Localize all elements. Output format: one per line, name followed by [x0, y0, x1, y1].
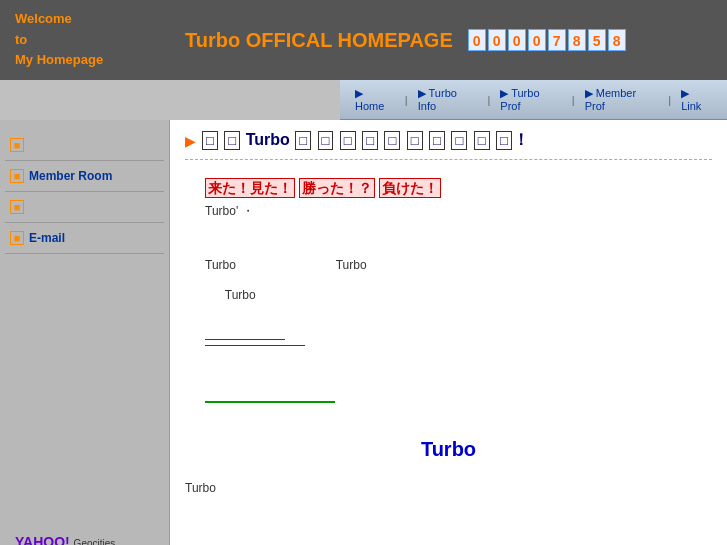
sidebar-header: Welcome to My Homepage [15, 9, 185, 71]
green-line-section [185, 396, 712, 423]
page-heading: ▶ □ □ Turbo □ □ □ □ □ □ □ □ □ □！ [185, 130, 712, 160]
sidebar-icon-1: ■ [10, 138, 24, 152]
counter-digit: 5 [588, 29, 606, 51]
sidebar-item-email[interactable]: ■ E-mail [5, 223, 164, 254]
counter-digit: 0 [528, 29, 546, 51]
underline-1 [205, 339, 285, 340]
big-turbo-text: Turbo [185, 438, 712, 461]
counter-digit: 7 [548, 29, 566, 51]
main-layout: ■ ■ Member Room ■ ■ E-mail YAHOO! Geocit… [0, 120, 727, 545]
underline-section [185, 334, 712, 366]
sidebar-label-member[interactable]: Member Room [29, 169, 112, 183]
sidebar-label-email[interactable]: E-mail [29, 231, 65, 245]
counter-digit: 8 [608, 29, 626, 51]
sidebar-icon-3: ■ [10, 200, 24, 214]
main-header: Turbo OFFICAL HOMEPAGE 00007858 [185, 29, 712, 52]
counter-digit: 0 [488, 29, 506, 51]
welcome-line1: Welcome [15, 9, 185, 30]
highlight-text: 来た！見た！ 勝った！？ 負けた！ [205, 180, 692, 198]
green-line [205, 401, 335, 403]
sidebar-item-1: ■ [5, 130, 164, 161]
counter-digit: 0 [508, 29, 526, 51]
nav-turbo-info[interactable]: ▶ Turbo Info [413, 85, 483, 114]
nav-home[interactable]: ▶ Home [350, 85, 400, 114]
geocities-text: Geocities [74, 538, 116, 545]
counter-digit: 8 [568, 29, 586, 51]
content-area: ▶ □ □ Turbo □ □ □ □ □ □ □ □ □ □！ 来た！見た！ … [170, 120, 727, 545]
section2: Turbo Turbo Turbo [185, 250, 712, 319]
counter-digit: 0 [468, 29, 486, 51]
yahoo-geocities-logo: YAHOO! Geocities JAPAN [10, 529, 120, 545]
underline-2 [205, 345, 305, 346]
page-title: □ □ Turbo □ □ □ □ □ □ □ □ □ □！ [201, 130, 529, 151]
navbar-wrapper: ▶ Home | ▶ Turbo Info | ▶ Turbo Prof | ▶… [170, 80, 727, 120]
nav-turbo-prof[interactable]: ▶ Turbo Prof [495, 85, 567, 114]
yahoo-text: YAHOO! [15, 534, 74, 545]
visit-counter: 00007858 [468, 29, 626, 51]
bottom-turbo-text: Turbo [185, 481, 712, 495]
welcome-line3: My Homepage [15, 50, 185, 71]
sidebar: ■ ■ Member Room ■ ■ E-mail YAHOO! Geocit… [0, 120, 170, 545]
section1: 来た！見た！ 勝った！？ 負けた！ Turbo' ・ [185, 175, 712, 235]
body-text-2: Turbo [205, 285, 692, 307]
sidebar-item-member[interactable]: ■ Member Room [5, 161, 164, 192]
sidebar-icon-member: ■ [10, 169, 24, 183]
heading-arrow: ▶ [185, 133, 196, 149]
nav-member-prof[interactable]: ▶ Member Prof [580, 85, 664, 114]
nav-link[interactable]: ▶ Link [676, 85, 717, 114]
body-text-1: Turbo Turbo [205, 255, 692, 277]
sidebar-item-3: ■ [5, 192, 164, 223]
navbar: ▶ Home | ▶ Turbo Info | ▶ Turbo Prof | ▶… [340, 80, 727, 120]
welcome-line2: to [15, 30, 185, 51]
site-title: Turbo OFFICAL HOMEPAGE [185, 29, 453, 52]
sub-text: Turbo' ・ [205, 203, 692, 220]
header: Welcome to My Homepage Turbo OFFICAL HOM… [0, 0, 727, 80]
sidebar-icon-email: ■ [10, 231, 24, 245]
